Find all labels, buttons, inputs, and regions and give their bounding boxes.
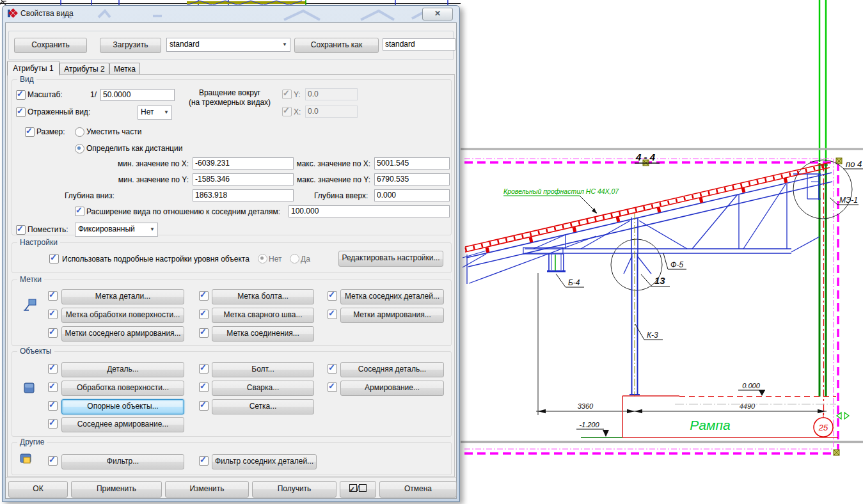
weld-button[interactable]: Сварка...: [212, 381, 314, 396]
modify-button[interactable]: Изменить: [165, 481, 249, 498]
extend-view-input[interactable]: 100.000: [289, 205, 450, 217]
view-properties-dialog[interactable]: Свойства вида ✕ Сохранить Загрузить stan…: [2, 5, 460, 502]
neighbor-rebar-mark-checkbox[interactable]: [48, 328, 58, 338]
svg-text:0.000: 0.000: [742, 382, 760, 390]
save-as-input[interactable]: standard: [383, 38, 455, 51]
weld-mark-checkbox[interactable]: [199, 310, 209, 319]
bolt-mark-button[interactable]: Метка болта...: [212, 289, 314, 304]
surface-button[interactable]: Обработка поверхности...: [61, 381, 184, 396]
place-checkbox[interactable]: [16, 225, 26, 235]
dialog-title: Свойства вида: [20, 9, 74, 18]
mirror-combo[interactable]: Нет ▼: [138, 106, 172, 120]
reference-objects-checkbox[interactable]: [48, 401, 58, 411]
reference-objects-button[interactable]: Опорные объекты...: [61, 399, 184, 414]
settings-yes-label: Да: [301, 255, 310, 264]
place-combo[interactable]: Фиксированный ▼: [75, 223, 158, 237]
svg-text:МЭ-1: МЭ-1: [839, 196, 858, 205]
depth-down-input[interactable]: 1863.918: [193, 189, 294, 201]
dialog-titlebar[interactable]: Свойства вида ✕: [3, 6, 459, 21]
get-button[interactable]: Получить: [252, 481, 336, 498]
rebar-button[interactable]: Армирование...: [340, 381, 444, 396]
max-y-label: макс. значение по Y:: [294, 175, 370, 184]
neighbor-rebar-checkbox[interactable]: [48, 419, 58, 429]
settings-no-label: Нет: [269, 255, 281, 264]
part-mark-button[interactable]: Метка детали...: [61, 289, 184, 304]
grid-button[interactable]: Сетка...: [212, 399, 314, 414]
mirror-checkbox[interactable]: [16, 107, 26, 117]
group-view: Вид Масштаб: 1/ 50.0000 Вращение вокруг …: [12, 79, 452, 235]
grid-checkbox[interactable]: [199, 401, 209, 411]
rebar-checkbox[interactable]: [328, 382, 337, 392]
load-button[interactable]: Загрузить: [100, 38, 161, 53]
scale-input[interactable]: 50.0000: [100, 89, 175, 101]
cancel-button[interactable]: Отмена: [379, 481, 457, 498]
profile-combo[interactable]: standard ▼: [166, 38, 290, 52]
svg-text:4490: 4490: [740, 402, 756, 410]
tab-attributes-1[interactable]: Атрибуты 1: [7, 61, 59, 75]
neighbor-filter-checkbox[interactable]: [199, 456, 209, 466]
neighbor-part-mark-checkbox[interactable]: [328, 291, 337, 301]
close-button[interactable]: ✕: [422, 8, 453, 20]
toggle-all-switches-button[interactable]: /: [340, 481, 376, 498]
surface-mark-checkbox[interactable]: [48, 310, 58, 319]
neighbor-rebar-mark-button[interactable]: Метки соседнего армирования...: [61, 326, 184, 342]
depth-down-label: Глубина вниз:: [65, 191, 115, 200]
group-other-title: Другие: [17, 437, 47, 446]
extend-view-checkbox[interactable]: [75, 207, 84, 216]
apply-button[interactable]: Применить: [71, 481, 162, 498]
part-mark-checkbox[interactable]: [48, 291, 58, 301]
bolt-mark-checkbox[interactable]: [199, 291, 209, 301]
rebar-mark-checkbox[interactable]: [328, 310, 337, 319]
svg-text:13: 13: [654, 275, 665, 286]
fit-parts-radio[interactable]: [75, 127, 84, 137]
max-y-input[interactable]: 6790.535: [374, 173, 450, 185]
bolt-checkbox[interactable]: [199, 364, 209, 374]
neighbor-part-button[interactable]: Соседняя деталь...: [340, 362, 444, 377]
min-x-input[interactable]: -6039.231: [193, 157, 294, 169]
group-other: Другие Фильтр... Фильтр соседних деталей…: [12, 442, 452, 475]
tekla-app-icon: [8, 8, 18, 19]
define-distances-radio[interactable]: [75, 144, 84, 154]
weld-checkbox[interactable]: [199, 382, 209, 392]
connection-mark-button[interactable]: Метка соединения...: [212, 326, 314, 342]
max-x-label: макс. значение по X:: [294, 159, 370, 168]
save-as-button[interactable]: Сохранить как: [294, 38, 379, 53]
neighbor-rebar-button[interactable]: Соседнее армирование...: [61, 417, 184, 432]
drawing-canvas[interactable]: 4 - 4 по 4: [461, 0, 863, 504]
tab-attributes-2[interactable]: Атрибуты 2: [59, 63, 109, 75]
checked-box-icon: [349, 484, 357, 492]
chevron-down-icon[interactable]: ▼: [280, 38, 290, 51]
neighbor-part-checkbox[interactable]: [328, 364, 337, 374]
filter-button[interactable]: Фильтр...: [61, 454, 184, 469]
surface-checkbox[interactable]: [48, 382, 58, 392]
neighbor-filter-button[interactable]: Фильтр соседних деталей...: [212, 454, 317, 469]
min-y-input[interactable]: -1585.346: [193, 173, 294, 185]
part-button[interactable]: Деталь...: [61, 362, 184, 377]
part-checkbox[interactable]: [48, 364, 58, 374]
neighbor-part-mark-button[interactable]: Метка соседних деталей...: [340, 289, 444, 304]
define-distances-label: Определить как дистанции: [86, 144, 182, 153]
save-button[interactable]: Сохранить: [14, 38, 87, 53]
size-checkbox[interactable]: [25, 127, 35, 137]
ok-button[interactable]: ОК: [8, 481, 68, 498]
filter-checkbox[interactable]: [48, 456, 58, 466]
surface-mark-button[interactable]: Метка обработки поверхности...: [61, 308, 184, 323]
scale-checkbox[interactable]: [16, 90, 26, 100]
chevron-down-icon[interactable]: ▼: [161, 106, 171, 119]
svg-text:по 4: по 4: [846, 159, 862, 169]
chevron-down-icon[interactable]: ▼: [147, 223, 157, 236]
fit-parts-label: Уместить части: [86, 127, 141, 136]
tab-mark[interactable]: Метка: [109, 63, 140, 75]
filter-panel-icon: [20, 453, 33, 466]
detailed-settings-checkbox[interactable]: [49, 254, 59, 264]
connection-mark-checkbox[interactable]: [199, 328, 209, 338]
edit-settings-button[interactable]: Редактировать настройки...: [338, 251, 443, 267]
profile-toolbar: Сохранить Загрузить standard ▼ Сохранить…: [8, 31, 454, 60]
settings-no-radio: [258, 254, 267, 264]
object-cube-icon: [24, 382, 35, 396]
depth-up-input[interactable]: 0.000: [374, 189, 450, 201]
weld-mark-button[interactable]: Метка сварного шва...: [212, 308, 314, 323]
rebar-mark-button[interactable]: Метки армирования...: [340, 308, 444, 323]
bolt-button[interactable]: Болт...: [212, 362, 314, 377]
max-x-input[interactable]: 5001.545: [374, 157, 450, 169]
